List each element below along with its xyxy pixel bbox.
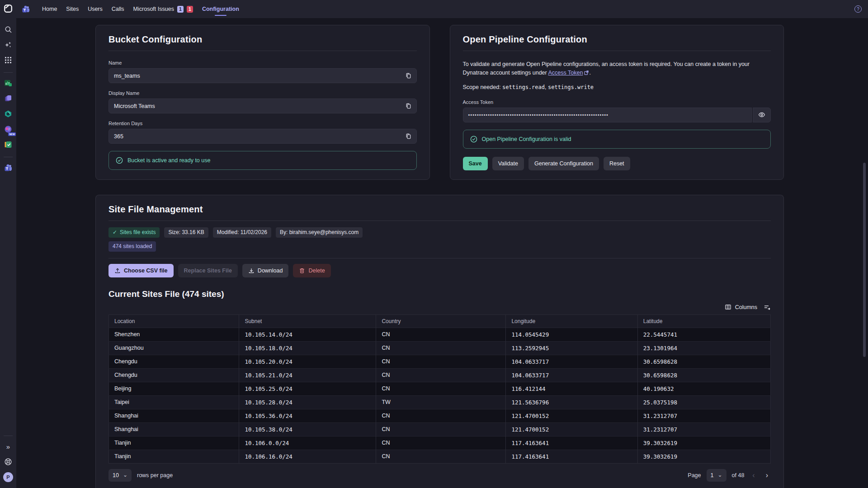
columns-button[interactable]: Columns	[725, 304, 757, 310]
copy-display-name-button[interactable]	[403, 101, 414, 112]
cell-latitude: 31.2312707	[637, 422, 770, 436]
column-header-country[interactable]: Country	[376, 314, 506, 328]
site-file-management-card: Site File Management ✓ Sites file exists…	[95, 195, 784, 488]
cell-country: CN	[376, 355, 506, 368]
rows-per-page-select[interactable]: 10 ⌄	[108, 469, 132, 482]
nav-item-configuration[interactable]: Configuration	[198, 0, 244, 18]
site-file-title: Site File Management	[108, 204, 771, 215]
cell-location: Taipei	[109, 395, 239, 409]
toggle-token-visibility-button[interactable]	[753, 108, 771, 122]
download-button[interactable]: Download	[242, 264, 289, 277]
nav-item-users[interactable]: Users	[83, 0, 107, 18]
teams-app-icon-active[interactable]	[2, 161, 14, 174]
cell-longitude: 104.0633717	[506, 368, 637, 382]
expand-rail-icon[interactable]: »	[2, 440, 14, 453]
column-header-latitude[interactable]: Latitude	[637, 314, 770, 328]
rail-divider	[4, 436, 13, 436]
column-header-longitude[interactable]: Longitude	[506, 314, 637, 328]
upload-icon	[114, 267, 121, 274]
sites-file-exists-badge: ✓ Sites file exists	[108, 227, 160, 238]
nav-item-home[interactable]: Home	[38, 0, 61, 18]
nav-item-calls[interactable]: Calls	[107, 0, 129, 18]
help-icon[interactable]: ?	[854, 5, 862, 13]
issues-count-badge: 1	[177, 6, 184, 13]
page-select[interactable]: 1 ⌄	[707, 469, 726, 482]
nav-item-microsoft-issues[interactable]: Microsoft Issues 1 1	[129, 0, 198, 18]
pipeline-status: Open Pipeline Configuration is valid	[463, 130, 771, 149]
columns-icon	[725, 304, 731, 310]
cell-latitude: 30.6598628	[637, 368, 770, 382]
table-row[interactable]: Beijing10.105.25.0/24CN116.41214440.1906…	[109, 382, 771, 395]
delete-button[interactable]: Delete	[293, 264, 330, 277]
user-avatar[interactable]: P	[2, 471, 14, 483]
cell-longitude: 113.2592945	[506, 341, 637, 355]
retention-days-field[interactable]: 365	[108, 129, 417, 144]
validate-button[interactable]: Validate	[492, 157, 524, 170]
help-lifebuoy-icon[interactable]	[2, 455, 14, 468]
external-link-icon	[584, 70, 589, 75]
copy-name-button[interactable]	[403, 70, 414, 81]
sites-table: LocationSubnetCountryLongitudeLatitude S…	[108, 314, 771, 464]
copy-retention-button[interactable]	[403, 131, 414, 142]
access-token-field[interactable]: ••••••••••••••••••••••••••••••••••••••••…	[463, 108, 752, 122]
rows-per-page-label: rows per page	[137, 472, 173, 479]
nav-item-sites[interactable]: Sites	[61, 0, 83, 18]
cell-latitude: 30.6598628	[637, 355, 770, 368]
column-header-location[interactable]: Location	[109, 314, 239, 328]
pipeline-card-title: Open Pipeline Configuration	[463, 34, 771, 45]
access-token-link[interactable]: Access Token	[548, 70, 583, 76]
table-row[interactable]: Shanghai10.105.38.0/24CN121.470015231.23…	[109, 422, 771, 436]
table-row[interactable]: Shanghai10.105.36.0/24CN121.470015231.23…	[109, 409, 771, 422]
search-icon[interactable]	[2, 23, 14, 36]
choose-csv-file-button[interactable]: Choose CSV file	[108, 264, 174, 277]
previous-page-button[interactable]: ‹	[750, 471, 757, 479]
teams-nav-logo-icon	[22, 5, 30, 14]
cell-subnet: 10.105.36.0/24	[239, 409, 376, 422]
replace-sites-file-button[interactable]: Replace Sites File	[178, 264, 238, 277]
cell-country: CN	[376, 368, 506, 382]
table-row[interactable]: Tianjin10.106.0.0/24CN117.416364139.3032…	[109, 436, 771, 450]
name-field[interactable]: ms_teams	[108, 68, 417, 83]
main-column: Home Sites Users Calls Microsoft Issues …	[16, 0, 868, 488]
cell-longitude: 121.4700152	[506, 409, 637, 422]
next-page-button[interactable]: ›	[763, 471, 771, 479]
ai-sparkles-icon[interactable]	[2, 38, 14, 51]
cell-country: CN	[376, 450, 506, 463]
app-grid-icon[interactable]	[2, 54, 14, 66]
app-icon-new[interactable]: NEW	[2, 123, 14, 136]
display-name-field[interactable]: Microsoft Teams	[108, 99, 417, 113]
generate-configuration-button[interactable]: Generate Configuration	[528, 157, 599, 170]
cell-longitude: 116.412144	[506, 382, 637, 395]
table-row[interactable]: Shenzhen10.105.14.0/24CN114.054542922.54…	[109, 328, 771, 341]
column-header-subnet[interactable]: Subnet	[239, 314, 376, 328]
page-count-label: of 48	[732, 472, 745, 479]
page-scrollbar[interactable]	[863, 163, 866, 357]
cell-latitude: 25.0375198	[637, 395, 770, 409]
reset-button[interactable]: Reset	[604, 157, 630, 170]
table-row[interactable]: Chengdu10.105.21.0/24CN104.063371730.659…	[109, 368, 771, 382]
save-button[interactable]: Save	[463, 157, 488, 170]
rail-divider	[4, 72, 13, 73]
app-icon-charts[interactable]	[2, 77, 14, 89]
row-density-icon[interactable]	[764, 304, 771, 311]
cell-subnet: 10.105.38.0/24	[239, 422, 376, 436]
current-sites-heading: Current Sites File (474 sites)	[108, 289, 771, 299]
issues-alert-badge: 1	[187, 6, 193, 13]
cell-location: Shenzhen	[109, 328, 239, 341]
file-modified-badge: Modified: 11/02/2026	[213, 227, 271, 238]
cell-longitude: 104.0633717	[506, 355, 637, 368]
app-icon-hexagon[interactable]	[2, 108, 14, 120]
table-row[interactable]: Taipei10.105.28.0/24TW121.563679625.0375…	[109, 395, 771, 409]
table-row[interactable]: Guangzhou10.105.18.0/24CN113.259294523.1…	[109, 341, 771, 355]
table-row[interactable]: Tianjin10.106.16.0/24CN117.416364139.303…	[109, 450, 771, 463]
sites-loaded-badge: 474 sites loaded	[108, 241, 156, 252]
dynatrace-logo-icon[interactable]	[4, 4, 13, 13]
table-row[interactable]: Chengdu10.105.20.0/24CN104.063371730.659…	[109, 355, 771, 368]
cell-subnet: 10.106.16.0/24	[239, 450, 376, 463]
cell-location: Chengdu	[109, 355, 239, 368]
app-icon-tasks[interactable]	[2, 138, 14, 151]
sites-table-body: Shenzhen10.105.14.0/24CN114.054542922.54…	[109, 328, 771, 463]
cell-longitude: 121.4700152	[506, 422, 637, 436]
cell-country: CN	[376, 422, 506, 436]
app-icon-cubes[interactable]	[2, 92, 14, 105]
